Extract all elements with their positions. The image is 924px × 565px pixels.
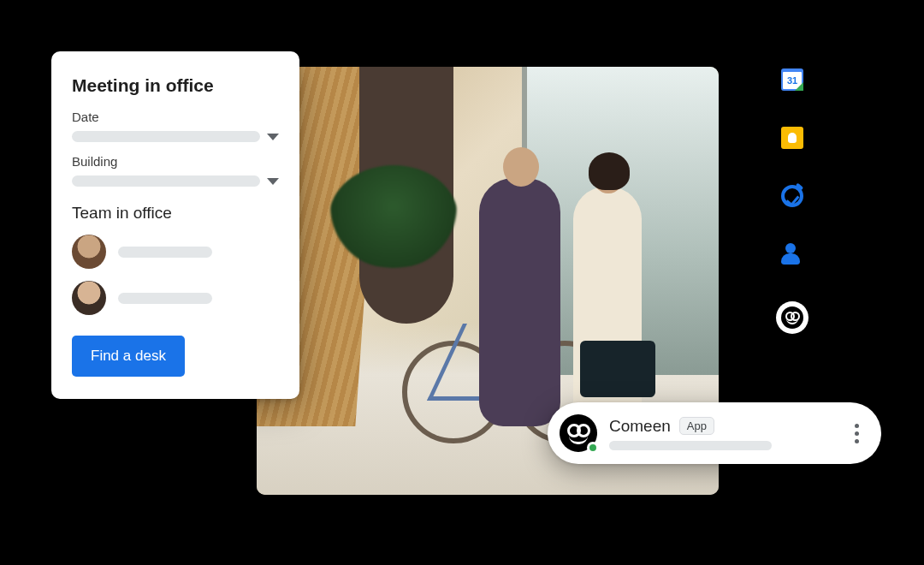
member-name-placeholder [118,293,212,304]
team-member[interactable] [72,281,279,315]
app-chip[interactable]: Comeen App [548,402,881,464]
comeen-icon[interactable] [776,301,808,334]
team-heading: Team in office [72,204,279,223]
member-name-placeholder [118,247,212,258]
chip-avatar [560,414,597,452]
avatar [72,281,106,315]
chevron-down-icon [267,178,279,185]
building-dropdown[interactable] [72,175,279,187]
tasks-icon[interactable] [781,185,803,207]
chip-name: Comeen [609,417,671,436]
date-dropdown[interactable] [72,131,279,142]
side-rail [776,68,808,334]
team-member[interactable] [72,235,279,269]
building-label: Building [72,154,279,169]
app-badge: App [679,417,714,435]
building-value-placeholder [72,175,260,187]
meeting-card: Meeting in office Date Building Team in … [51,51,299,399]
find-desk-button[interactable]: Find a desk [72,336,185,377]
avatar [72,235,106,269]
comeen-logo-icon [781,306,803,329]
keep-icon[interactable] [781,127,803,149]
chevron-down-icon [267,134,279,140]
chip-message-placeholder [609,441,772,450]
presence-dot [587,442,599,454]
calendar-icon[interactable] [781,68,803,91]
date-label: Date [72,110,279,124]
date-value-placeholder [72,131,260,142]
contacts-icon[interactable] [781,243,803,265]
card-title: Meeting in office [72,75,279,96]
more-button[interactable] [850,419,864,449]
